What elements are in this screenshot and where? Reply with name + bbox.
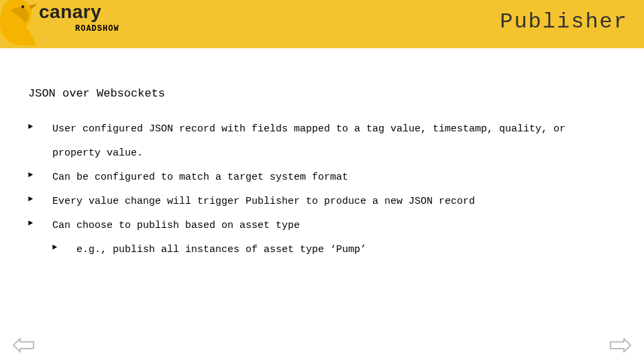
bullet-text: Can choose to publish based on asset typ…: [52, 220, 300, 231]
bullet-text: e.g., publish all instances of asset typ…: [76, 244, 366, 255]
brand-wordmark: canary: [39, 1, 101, 23]
slide-content: JSON over Websockets User configured JSO…: [28, 80, 616, 262]
page-title: Publisher: [500, 9, 628, 34]
brand-logo: canary ROADSHOW: [0, 0, 134, 56]
next-slide-button[interactable]: [609, 337, 632, 354]
bullet-text: Every value change will trigger Publishe…: [52, 196, 475, 207]
arrow-left-icon: [12, 337, 35, 354]
brand-subtitle: ROADSHOW: [75, 24, 119, 34]
list-item: Every value change will trigger Publishe…: [28, 190, 616, 214]
bullet-text: Can be configured to match a target syst…: [52, 172, 348, 183]
canary-bird-icon: [0, 0, 39, 50]
slide: canary ROADSHOW Publisher JSON over Webs…: [0, 0, 644, 362]
prev-slide-button[interactable]: [12, 337, 35, 354]
list-item: User configured JSON record with fields …: [28, 117, 616, 166]
list-item: e.g., publish all instances of asset typ…: [28, 238, 616, 262]
bullet-text: User configured JSON record with fields …: [52, 123, 566, 159]
arrow-right-icon: [609, 337, 632, 354]
header-bar: canary ROADSHOW Publisher: [0, 0, 644, 48]
section-heading: JSON over Websockets: [28, 80, 616, 108]
list-item: Can choose to publish based on asset typ…: [28, 214, 616, 238]
svg-point-0: [21, 5, 24, 8]
list-item: Can be configured to match a target syst…: [28, 166, 616, 190]
bullet-list: User configured JSON record with fields …: [28, 117, 616, 262]
